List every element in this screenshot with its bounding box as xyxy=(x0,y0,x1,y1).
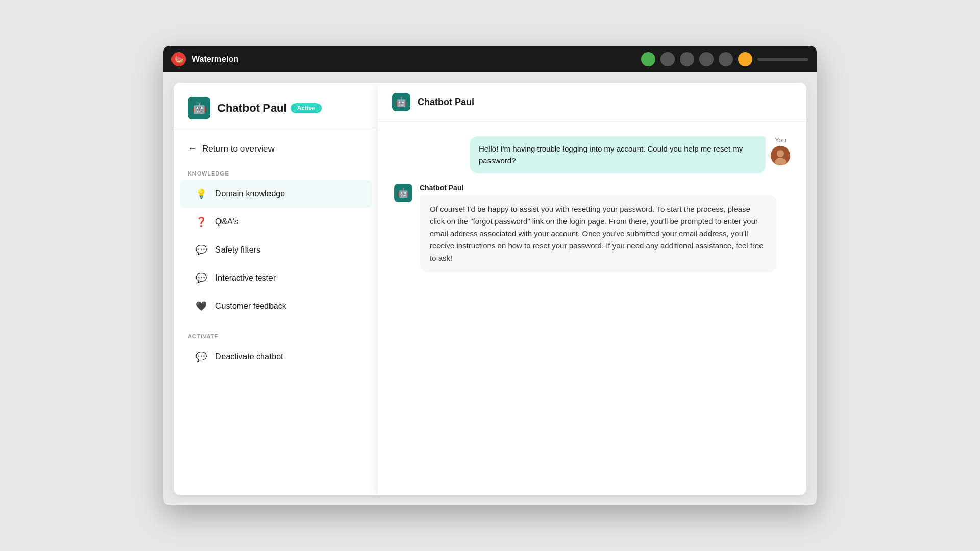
customer-feedback-icon: 🖤 xyxy=(194,299,208,313)
bot-message-bubble: Of course! I'd be happy to assist you wi… xyxy=(420,195,777,272)
chatbot-avatar-icon: 🤖 xyxy=(188,97,210,119)
app-name: Watermelon xyxy=(192,55,635,64)
sidebar-header: 🤖 Chatbot Paul Active xyxy=(174,83,378,130)
sidebar-item-deactivate-chatbot[interactable]: 💬 Deactivate chatbot xyxy=(180,343,372,370)
sidebar-item-customer-feedback[interactable]: 🖤 Customer feedback xyxy=(180,292,372,320)
interactive-tester-label: Interactive tester xyxy=(215,273,276,283)
domain-knowledge-icon: 💡 xyxy=(194,187,208,201)
sidebar: 🤖 Chatbot Paul Active ← Return to overvi… xyxy=(174,83,378,495)
user-info: You xyxy=(771,136,790,165)
domain-knowledge-label: Domain knowledge xyxy=(215,189,285,198)
control-dot-4 xyxy=(719,52,733,66)
main-area: 🤖 Chatbot Paul Active ← Return to overvi… xyxy=(163,72,817,505)
bot-message-row: 🤖 Chatbot Paul Of course! I'd be happy t… xyxy=(394,184,790,272)
chatbot-name: Chatbot Paul xyxy=(217,102,287,115)
knowledge-section-label: KNOWLEDGE xyxy=(174,165,378,180)
activate-section-label: ACTIVATE xyxy=(174,328,378,342)
back-arrow-icon: ← xyxy=(188,143,197,154)
safety-filters-icon: 💬 xyxy=(194,243,208,257)
chat-messages: Hello! I'm having trouble logging into m… xyxy=(378,122,806,495)
status-dot-green xyxy=(641,52,655,66)
chat-header: 🤖 Chatbot Paul xyxy=(378,83,806,122)
back-link-label: Return to overview xyxy=(202,144,275,154)
qas-label: Q&A's xyxy=(215,217,238,227)
user-avatar-icon xyxy=(771,146,790,165)
user-message-row: Hello! I'm having trouble logging into m… xyxy=(394,136,790,173)
control-dot-1 xyxy=(660,52,675,66)
control-dot-3 xyxy=(699,52,714,66)
safety-filters-label: Safety filters xyxy=(215,245,260,255)
window-controls xyxy=(641,52,808,66)
bot-name-label: Chatbot Paul xyxy=(420,184,777,192)
svg-point-1 xyxy=(777,150,784,157)
chat-header-name: Chatbot Paul xyxy=(418,97,474,108)
sidebar-item-safety-filters[interactable]: 💬 Safety filters xyxy=(180,236,372,264)
user-message-bubble: Hello! I'm having trouble logging into m… xyxy=(470,136,766,173)
qas-icon: ❓ xyxy=(194,215,208,229)
sidebar-item-qas[interactable]: ❓ Q&A's xyxy=(180,208,372,236)
title-bar: 🍉 Watermelon xyxy=(163,46,817,72)
sidebar-nav: ← Return to overview KNOWLEDGE 💡 Domain … xyxy=(174,130,378,495)
deactivate-chatbot-icon: 💬 xyxy=(194,349,208,364)
chat-header-avatar-icon: 🤖 xyxy=(392,93,410,111)
active-status-badge: Active xyxy=(291,103,322,113)
return-to-overview-link[interactable]: ← Return to overview xyxy=(174,138,378,159)
chat-area: 🤖 Chatbot Paul Hello! I'm having trouble… xyxy=(378,83,806,495)
control-dot-2 xyxy=(680,52,694,66)
interactive-tester-icon: 💬 xyxy=(194,271,208,285)
bot-avatar-icon: 🤖 xyxy=(394,184,412,202)
sidebar-item-domain-knowledge[interactable]: 💡 Domain knowledge xyxy=(180,180,372,208)
bot-message-content: Chatbot Paul Of course! I'd be happy to … xyxy=(420,184,777,272)
user-label: You xyxy=(775,136,786,144)
customer-feedback-label: Customer feedback xyxy=(215,302,286,311)
title-bar-slider xyxy=(757,58,808,61)
app-logo-icon: 🍉 xyxy=(172,52,186,66)
bot-avatar-wrap: 🤖 xyxy=(394,184,412,202)
deactivate-chatbot-label: Deactivate chatbot xyxy=(215,352,283,361)
sidebar-item-interactive-tester[interactable]: 💬 Interactive tester xyxy=(180,264,372,292)
control-dot-yellow xyxy=(738,52,752,66)
